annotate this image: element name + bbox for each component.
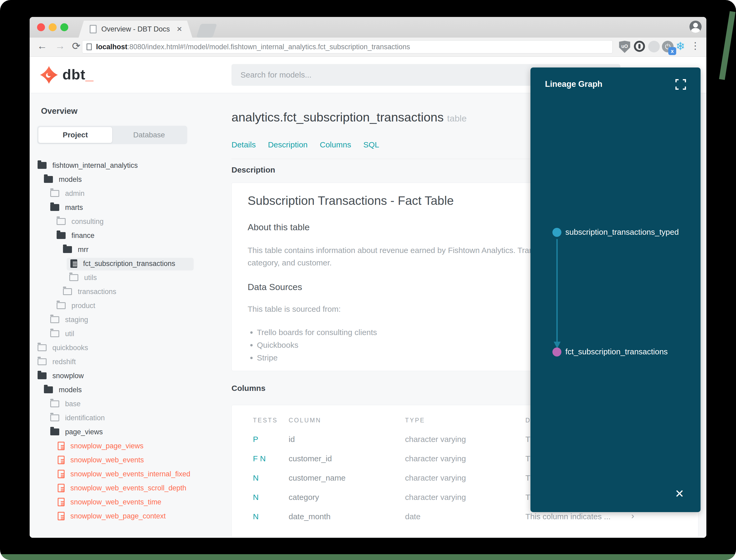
page-title: analytics.fct_subscription_transactions … xyxy=(232,110,467,124)
sidebar-overview-heading: Overview xyxy=(41,106,78,116)
tree-item-mrr[interactable]: mrr xyxy=(63,244,88,255)
description-cell: This column indicates ... xyxy=(525,512,611,521)
tree-item-snowplow-web-events[interactable]: snowplow_web_events xyxy=(57,454,144,466)
column-cell: customer_id xyxy=(289,454,332,463)
lineage-node-target[interactable] xyxy=(552,347,561,356)
type-cell: date xyxy=(405,512,420,521)
dbt-wordmark: dbt_ xyxy=(62,66,94,83)
dbt-logo-icon[interactable] xyxy=(40,66,58,84)
about-heading: About this table xyxy=(248,222,310,232)
column-cell: customer_name xyxy=(289,473,346,482)
browser-titlebar: Overview - DBT Docs ✕ xyxy=(30,17,706,38)
model-nav: Details Description Columns SQL xyxy=(232,140,379,149)
tree-item-transactions[interactable]: transactions xyxy=(63,286,116,297)
tree-item-staging[interactable]: staging xyxy=(50,314,88,326)
tests-cell: N xyxy=(253,473,259,482)
tree-item-base[interactable]: base xyxy=(50,398,81,410)
expand-fullscreen-icon[interactable] xyxy=(675,79,686,90)
zoom-window-button[interactable] xyxy=(60,23,68,31)
browser-profile-icon[interactable] xyxy=(689,21,702,33)
reload-icon[interactable]: ⟳ xyxy=(72,40,80,52)
tree-item-snowplow-models[interactable]: models xyxy=(44,384,82,396)
error-model-file-icon xyxy=(58,498,65,506)
tree-item-snowplow-web-events-internal-fixed[interactable]: snowplow_web_events_internal_fixed xyxy=(57,468,190,480)
tree-item-fishtown-internal-analytics[interactable]: fishtown_internal_analytics xyxy=(38,160,138,171)
browser-menu-icon[interactable]: ⋮ xyxy=(690,40,700,51)
tree-item-snowplow-web-events-scroll-depth[interactable]: snowplow_web_events_scroll_depth xyxy=(57,482,186,494)
folder-closed-icon xyxy=(50,400,59,407)
tab-database[interactable]: Database xyxy=(112,127,186,143)
extension-badge: x xyxy=(668,47,676,55)
onepassword-extension-icon[interactable] xyxy=(634,41,645,52)
tree-item-snowplow-web-events-time[interactable]: snowplow_web_events_time xyxy=(57,496,161,508)
tree-item-consulting[interactable]: consulting xyxy=(57,216,104,227)
tree-item-identification[interactable]: identification xyxy=(50,412,105,424)
error-model-file-icon xyxy=(58,512,65,520)
lineage-node-target-label[interactable]: fct_subscription_transactions xyxy=(565,347,668,356)
url-text: localhost:8080/index.html#!/model/model.… xyxy=(96,43,410,51)
tree-item-marts[interactable]: marts xyxy=(50,202,83,213)
tab-project[interactable]: Project xyxy=(38,127,112,143)
col-header-type: TYPE xyxy=(405,417,425,424)
nav-link-details[interactable]: Details xyxy=(232,140,256,149)
column-cell: id xyxy=(289,435,295,444)
card-title: Subscription Transactions - Fact Table xyxy=(248,193,454,208)
col-header-column: COLUMN xyxy=(289,417,322,424)
sources-list: Trello boards for consulting clients Qui… xyxy=(257,328,377,366)
tree-item-page-views[interactable]: page_views xyxy=(50,426,103,438)
tree-item-utils[interactable]: utils xyxy=(69,272,97,283)
tree-item-snowplow-web-page-context[interactable]: snowplow_web_page_context xyxy=(57,510,166,522)
browser-tab[interactable]: Overview - DBT Docs ✕ xyxy=(79,21,192,38)
folder-open-icon xyxy=(57,232,66,239)
snowflake-extension-icon[interactable]: ❄ xyxy=(676,40,685,53)
sidebar-view-switcher: Project Database xyxy=(37,126,187,144)
tree-item-snowplow[interactable]: snowplow xyxy=(38,370,84,382)
nav-link-description[interactable]: Description xyxy=(268,140,308,149)
description-section-heading: Description xyxy=(232,165,275,174)
tree-item-util[interactable]: util xyxy=(50,328,74,340)
minimize-window-button[interactable] xyxy=(49,23,57,31)
ublock-extension-icon[interactable]: uO xyxy=(619,41,630,53)
type-cell: character varying xyxy=(405,473,466,482)
tree-item-models[interactable]: models xyxy=(44,174,82,185)
page-doc-icon xyxy=(87,43,92,50)
tree-item-quickbooks[interactable]: quickbooks xyxy=(38,342,88,354)
folder-closed-icon xyxy=(38,358,47,365)
tree-item-admin[interactable]: admin xyxy=(50,188,85,199)
forward-icon: → xyxy=(55,40,65,52)
folder-open-icon xyxy=(50,204,59,211)
close-icon[interactable]: ✕ xyxy=(675,488,684,499)
nav-link-columns[interactable]: Columns xyxy=(320,140,351,149)
nav-link-sql[interactable]: SQL xyxy=(363,140,379,149)
folder-closed-icon xyxy=(50,190,59,197)
folder-open-icon xyxy=(50,428,59,435)
extension-icon[interactable] xyxy=(648,41,660,52)
lineage-node-source-label[interactable]: subscription_transactions_typed xyxy=(565,228,679,237)
tab-close-icon[interactable]: ✕ xyxy=(177,25,182,33)
tree-item-fct-subscription-transactions[interactable]: fct_subscription_transactions xyxy=(69,258,175,269)
folder-open-icon xyxy=(44,386,53,393)
error-model-file-icon xyxy=(58,442,65,450)
close-window-button[interactable] xyxy=(37,23,45,31)
tree-item-snowplow-page-views[interactable]: snowplow_page_views xyxy=(57,440,143,452)
lineage-graph-panel: Lineage Graph subscription_transactions_… xyxy=(530,67,701,512)
column-cell: date_month xyxy=(289,512,331,521)
folder-open-icon xyxy=(63,246,72,253)
address-bar[interactable]: localhost:8080/index.html#!/model/model.… xyxy=(82,40,613,53)
folder-closed-icon xyxy=(63,288,72,295)
folder-closed-icon xyxy=(50,316,59,323)
lineage-node-source[interactable] xyxy=(552,228,561,237)
browser-toolbar: ← → ⟳ localhost:8080/index.html#!/model/… xyxy=(30,38,706,57)
folder-open-icon xyxy=(38,372,47,379)
tree-item-redshift[interactable]: redshift xyxy=(38,356,76,368)
tree-item-product[interactable]: product xyxy=(57,300,95,311)
error-model-file-icon xyxy=(58,484,65,492)
desktop-wallpaper-strip xyxy=(0,554,736,560)
tree-item-finance[interactable]: finance xyxy=(57,230,94,241)
type-cell: character varying xyxy=(405,493,466,502)
col-header-tests: TESTS xyxy=(253,417,278,424)
back-icon[interactable]: ← xyxy=(37,40,47,52)
folder-closed-icon xyxy=(57,302,66,309)
new-tab-button[interactable] xyxy=(196,24,217,38)
lineage-graph-title: Lineage Graph xyxy=(545,79,602,89)
